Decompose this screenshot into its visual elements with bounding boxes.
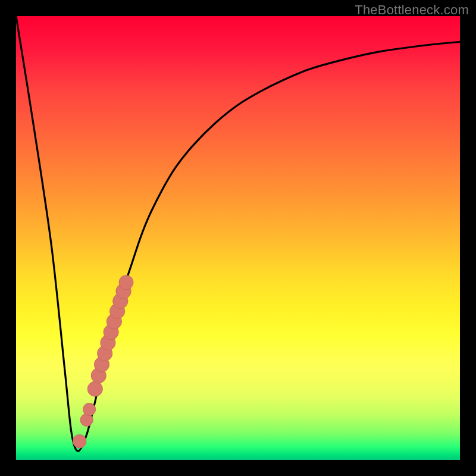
chart-svg — [16, 16, 460, 460]
plot-area — [16, 16, 460, 460]
data-dot — [83, 403, 95, 415]
data-dots — [73, 275, 133, 449]
outer-frame: TheBottleneck.com — [0, 0, 476, 476]
data-dot — [73, 434, 86, 448]
data-dot — [119, 275, 133, 290]
bottleneck-curve — [16, 16, 460, 451]
data-dot — [87, 381, 102, 396]
